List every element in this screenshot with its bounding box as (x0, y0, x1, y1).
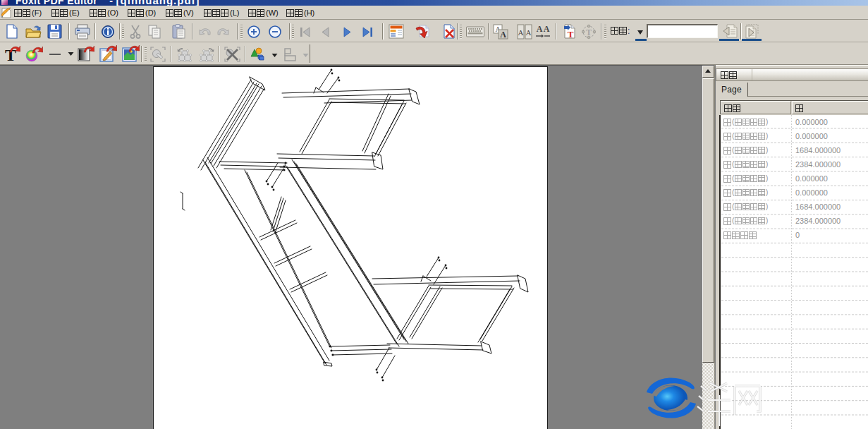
svg-text:A: A (544, 24, 550, 34)
svg-text:T: T (568, 29, 574, 40)
svg-text:A: A (500, 30, 506, 40)
svg-text:A: A (518, 28, 524, 37)
svg-text:A: A (526, 28, 532, 37)
svg-text:A: A (537, 24, 543, 34)
svg-text:T: T (586, 28, 592, 37)
